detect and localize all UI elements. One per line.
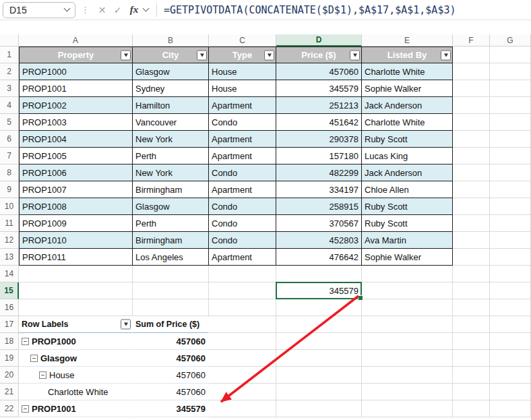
cell-C16[interactable] (209, 299, 276, 316)
cell-A19[interactable]: −Glasgow (19, 350, 133, 367)
cell-D17[interactable] (276, 316, 362, 333)
cell-D4[interactable]: 251213 (276, 97, 362, 114)
cell-G14[interactable] (490, 266, 531, 282)
cell-E1[interactable]: Listed By (362, 47, 453, 63)
cell-F9[interactable] (453, 181, 490, 198)
cell-D15[interactable]: 345579 (276, 282, 362, 299)
cell-C18[interactable] (209, 333, 276, 350)
cell-E6[interactable]: Ruby Scott (362, 131, 453, 148)
cell-F16[interactable] (453, 299, 490, 316)
cell-G12[interactable] (490, 232, 531, 249)
row-header-4[interactable]: 4 (0, 97, 19, 114)
cell-D3[interactable]: 345579 (276, 80, 362, 97)
cell-F19[interactable] (453, 350, 490, 367)
row-header-16[interactable]: 16 (0, 299, 19, 316)
cell-B5[interactable]: Vancouver (133, 114, 209, 131)
cell-F6[interactable] (453, 131, 490, 148)
cell-C7[interactable]: Apartment (209, 148, 276, 164)
cell-D10[interactable]: 258915 (276, 198, 362, 215)
cell-B7[interactable]: Perth (133, 148, 209, 164)
cell-F17[interactable] (453, 316, 490, 333)
column-header-F[interactable]: F (453, 34, 490, 47)
cell-D1[interactable]: Price ($) (276, 47, 362, 63)
cell-A11[interactable]: PROP1009 (19, 215, 133, 232)
cell-C8[interactable]: Condo (209, 164, 276, 181)
cell-E16[interactable] (362, 299, 453, 316)
cell-B11[interactable]: Perth (133, 215, 209, 232)
collapse-button[interactable]: − (30, 355, 38, 362)
cell-C1[interactable]: Type (209, 47, 276, 63)
cell-G18[interactable] (490, 333, 531, 350)
cell-C17[interactable] (209, 316, 276, 333)
cell-D18[interactable] (276, 333, 362, 350)
cell-B17[interactable]: Sum of Price ($) (133, 316, 209, 333)
cell-E9[interactable]: Chloe Allen (362, 181, 453, 198)
cell-B21[interactable]: 457060 (133, 384, 209, 400)
column-header-E[interactable]: E (362, 34, 453, 47)
row-header-13[interactable]: 13 (0, 249, 19, 266)
cell-A2[interactable]: PROP1000 (19, 63, 133, 80)
chevron-down-icon[interactable] (64, 5, 71, 12)
formula-input[interactable]: =GETPIVOTDATA(CONCATENATE($D$1),$A$17,$A… (164, 4, 531, 16)
cell-E11[interactable]: Ruby Scott (362, 215, 453, 232)
filter-dropdown-property[interactable] (121, 50, 131, 60)
collapse-button[interactable]: − (22, 338, 29, 345)
cell-A15[interactable] (19, 282, 133, 299)
cell-G11[interactable] (490, 215, 531, 232)
name-box[interactable]: D15 (3, 2, 75, 18)
cell-G8[interactable] (490, 164, 531, 181)
cell-A21[interactable]: Charlotte White (19, 384, 133, 400)
cell-F14[interactable] (453, 266, 490, 282)
cell-A6[interactable]: PROP1004 (19, 131, 133, 148)
cell-C6[interactable]: Apartment (209, 131, 276, 148)
cell-G15[interactable] (490, 282, 531, 299)
cell-A1[interactable]: Property (19, 47, 133, 63)
row-header-5[interactable]: 5 (0, 114, 19, 131)
cancel-button[interactable]: ✕ (94, 2, 110, 18)
cell-B13[interactable]: Los Angeles (133, 249, 209, 266)
cell-B8[interactable]: New York (133, 164, 209, 181)
cell-G7[interactable] (490, 148, 531, 164)
cell-F4[interactable] (453, 97, 490, 114)
cell-F10[interactable] (453, 198, 490, 215)
row-header-8[interactable]: 8 (0, 164, 19, 181)
filter-dropdown-type[interactable] (264, 50, 274, 60)
cell-E20[interactable] (362, 367, 453, 384)
cell-D9[interactable]: 334197 (276, 181, 362, 198)
cell-A16[interactable] (19, 299, 133, 316)
cell-A9[interactable]: PROP1007 (19, 181, 133, 198)
cell-A3[interactable]: PROP1001 (19, 80, 133, 97)
cell-B19[interactable]: 457060 (133, 350, 209, 367)
row-header-21[interactable]: 21 (0, 384, 19, 400)
cell-E10[interactable]: Ruby Scott (362, 198, 453, 215)
cell-D2[interactable]: 457060 (276, 63, 362, 80)
cell-A8[interactable]: PROP1006 (19, 164, 133, 181)
cell-D21[interactable] (276, 384, 362, 400)
cell-C22[interactable] (209, 400, 276, 417)
cell-A14[interactable] (19, 266, 133, 282)
cell-B14[interactable] (133, 266, 209, 282)
cell-F8[interactable] (453, 164, 490, 181)
row-header-3[interactable]: 3 (0, 80, 19, 97)
cell-B18[interactable]: 457060 (133, 333, 209, 350)
cell-D20[interactable] (276, 367, 362, 384)
row-header-22[interactable]: 22 (0, 400, 19, 417)
row-header-15[interactable]: 15 (0, 282, 19, 299)
cell-B15[interactable] (133, 282, 209, 299)
cell-F3[interactable] (453, 80, 490, 97)
cell-C11[interactable]: Condo (209, 215, 276, 232)
row-header-12[interactable]: 12 (0, 232, 19, 249)
cell-B3[interactable]: Sydney (133, 80, 209, 97)
cell-D12[interactable]: 452803 (276, 232, 362, 249)
column-header-A[interactable]: A (19, 34, 133, 47)
row-header-2[interactable]: 2 (0, 63, 19, 80)
cell-C13[interactable]: Apartment (209, 249, 276, 266)
collapse-button[interactable]: − (22, 405, 29, 413)
cell-G21[interactable] (490, 384, 531, 400)
cell-D13[interactable]: 476642 (276, 249, 362, 266)
cell-E18[interactable] (362, 333, 453, 350)
cell-C9[interactable]: Apartment (209, 181, 276, 198)
cell-E22[interactable] (362, 400, 453, 417)
row-header-1[interactable]: 1 (0, 47, 19, 63)
cell-A13[interactable]: PROP1011 (19, 249, 133, 266)
